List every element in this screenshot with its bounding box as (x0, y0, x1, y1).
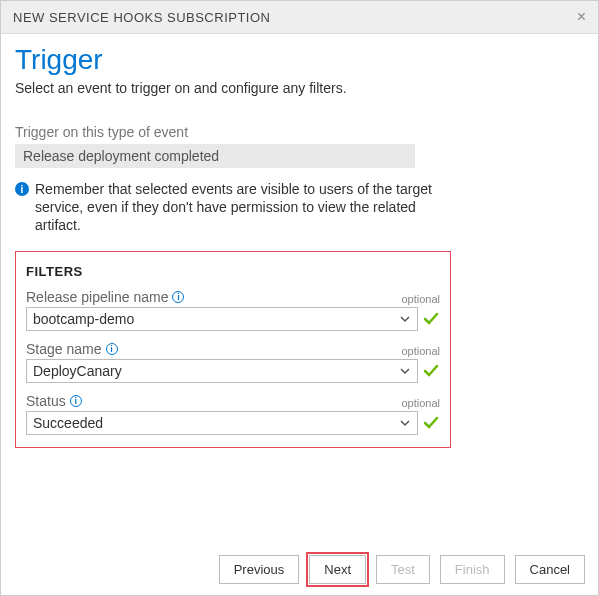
visibility-note-text: Remember that selected events are visibl… (35, 180, 455, 235)
previous-button[interactable]: Previous (219, 555, 300, 584)
close-icon[interactable]: × (577, 9, 586, 25)
status-select[interactable]: Succeeded (26, 411, 418, 435)
stage-name-select[interactable]: DeployCanary (26, 359, 418, 383)
filters-section: FILTERS Release pipeline name i optional… (15, 251, 451, 448)
optional-label: optional (401, 345, 440, 357)
next-button[interactable]: Next (309, 555, 366, 584)
chevron-down-icon (399, 365, 411, 377)
release-pipeline-label: Release pipeline name i (26, 289, 184, 305)
dialog-header: NEW SERVICE HOOKS SUBSCRIPTION × (1, 1, 598, 34)
finish-button: Finish (440, 555, 505, 584)
dialog-title: NEW SERVICE HOOKS SUBSCRIPTION (13, 10, 270, 25)
check-icon (422, 362, 440, 380)
dialog-footer: Previous Next Test Finish Cancel (219, 555, 585, 584)
trigger-type-value: Release deployment completed (23, 148, 219, 164)
status-value: Succeeded (33, 415, 103, 431)
filters-title: FILTERS (26, 264, 440, 279)
release-pipeline-value: bootcamp-demo (33, 311, 134, 327)
page-title: Trigger (15, 44, 584, 76)
cancel-button[interactable]: Cancel (515, 555, 585, 584)
filter-status: Status i optional Succeeded (26, 393, 440, 435)
optional-label: optional (401, 293, 440, 305)
info-icon: i (15, 182, 29, 196)
stage-name-value: DeployCanary (33, 363, 122, 379)
optional-label: optional (401, 397, 440, 409)
check-icon (422, 310, 440, 328)
trigger-type-select[interactable]: Release deployment completed (15, 144, 415, 168)
filter-stage-name: Stage name i optional DeployCanary (26, 341, 440, 383)
page-subtitle: Select an event to trigger on and config… (15, 80, 584, 96)
visibility-note: i Remember that selected events are visi… (15, 180, 455, 235)
release-pipeline-select[interactable]: bootcamp-demo (26, 307, 418, 331)
trigger-type-label: Trigger on this type of event (15, 124, 584, 140)
status-label: Status i (26, 393, 82, 409)
info-icon[interactable]: i (70, 395, 82, 407)
chevron-down-icon (399, 313, 411, 325)
stage-name-label: Stage name i (26, 341, 118, 357)
test-button: Test (376, 555, 430, 584)
info-icon[interactable]: i (172, 291, 184, 303)
filter-release-pipeline: Release pipeline name i optional bootcam… (26, 289, 440, 331)
info-icon[interactable]: i (106, 343, 118, 355)
dialog-content: Trigger Select an event to trigger on an… (1, 34, 598, 448)
chevron-down-icon (399, 417, 411, 429)
check-icon (422, 414, 440, 432)
